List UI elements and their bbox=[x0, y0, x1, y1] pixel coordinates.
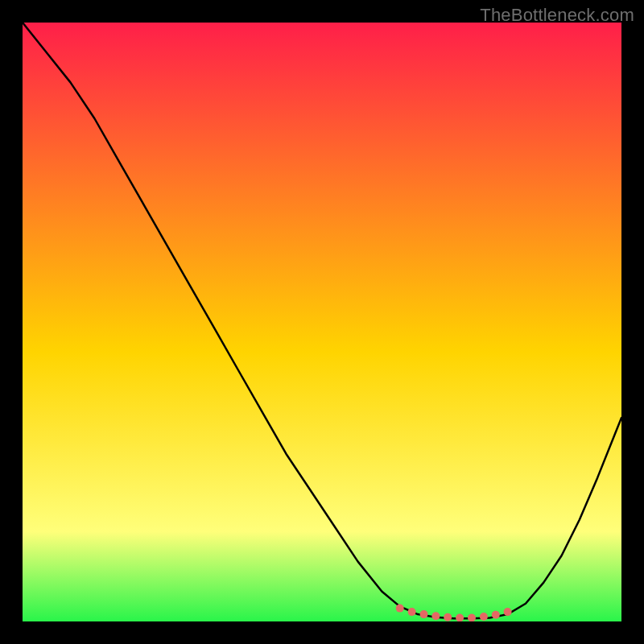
curve-marker bbox=[420, 610, 428, 618]
plot-svg bbox=[23, 23, 621, 621]
curve-marker bbox=[492, 611, 500, 619]
curve-marker bbox=[480, 613, 488, 621]
curve-marker bbox=[444, 613, 452, 621]
plot-background bbox=[23, 23, 621, 621]
curve-marker bbox=[504, 608, 512, 616]
curve-marker bbox=[431, 612, 440, 620]
curve-marker bbox=[408, 608, 416, 616]
curve-marker bbox=[396, 605, 404, 613]
chart-frame: { "watermark": "TheBottleneck.com", "col… bbox=[0, 0, 644, 644]
